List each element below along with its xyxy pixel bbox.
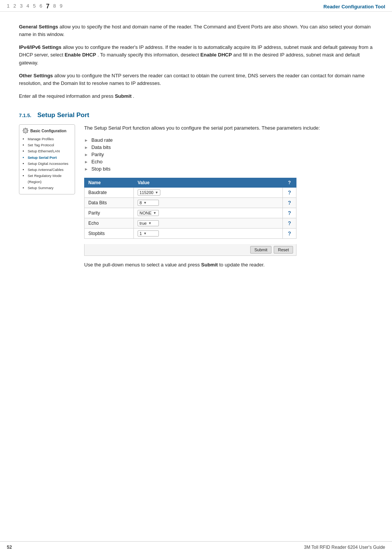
bullet-label-5: Stop bits <box>91 166 111 172</box>
sidebar-item-setup-serial-port[interactable]: Setup Serial Port <box>28 155 72 161</box>
ipv4-settings-para: IPv4/IPv6 Settings allow you to configur… <box>19 44 373 66</box>
baudrate-value: 115200 <box>140 190 154 195</box>
echo-arrow-icon: ▼ <box>148 221 152 225</box>
table-row-databits: Data Bits 8 ▼ ? <box>85 198 296 208</box>
table-cell-stopbits-help[interactable]: ? <box>283 229 296 239</box>
gear-icon <box>22 128 28 134</box>
parity-select[interactable]: NONE ▼ <box>138 210 159 216</box>
table-cell-parity-help[interactable]: ? <box>283 208 296 218</box>
arrow-icon-3: ► <box>84 152 88 157</box>
section-heading: 7.1.5. Setup Serial Port <box>19 111 373 119</box>
sidebar-item-setup-summary[interactable]: Setup Summary <box>28 185 72 191</box>
arrow-icon-4: ► <box>84 160 88 164</box>
nav-2[interactable]: 2 <box>13 3 16 10</box>
table-row-baudrate: Baudrate 115200 ▼ ? <box>85 188 296 198</box>
sidebar-item-setup-antenna[interactable]: Setup Antenna/Cables <box>28 167 72 173</box>
section-number: 7.1.5. <box>19 113 31 118</box>
echo-value: true <box>140 221 147 226</box>
arrow-icon-2: ► <box>84 145 88 150</box>
other-settings-label: Other Settings <box>19 73 53 78</box>
submit-button[interactable]: Submit <box>250 246 271 254</box>
stopbits-arrow-icon: ▼ <box>143 232 147 235</box>
baudrate-arrow-icon: ▼ <box>155 191 158 194</box>
databits-select[interactable]: 8 ▼ <box>138 200 159 206</box>
sidebar-item-regulatory[interactable]: Set Regulatory Mode (Region) <box>28 173 72 185</box>
nav-9[interactable]: 9 <box>60 3 63 10</box>
bullet-label-3: Parity <box>91 152 104 157</box>
table-cell-databits-help[interactable]: ? <box>283 198 296 208</box>
table-cell-echo-value: true ▼ <box>134 218 283 229</box>
submit-bold: Submit <box>115 93 132 99</box>
sidebar-item-setup-ethernet[interactable]: Setup Ethernet/LAN <box>28 148 72 154</box>
table-cell-databits-value: 8 ▼ <box>134 198 283 208</box>
databits-arrow-icon: ▼ <box>143 201 147 205</box>
table-actions: Submit Reset <box>84 244 296 256</box>
parity-value: NONE <box>140 211 152 215</box>
ipv4-settings-label: IPv4/IPv6 Settings <box>19 44 61 50</box>
arrow-icon-1: ► <box>84 138 88 143</box>
general-settings-para: General Settings allow you to specify th… <box>19 23 373 38</box>
section-body: Basic Configuration Manage Profiles Set … <box>19 124 373 274</box>
table-header-value: Value <box>134 178 283 188</box>
ipv4-enable-dhcp-2: Enable DHCP <box>201 52 232 58</box>
sidebar-box-header: Basic Configuration <box>22 128 72 134</box>
general-settings-text: allow you to specify the host and domain… <box>19 24 371 37</box>
guide-title: 3M Toll RFID Reader 6204 User's Guide <box>304 545 385 550</box>
nav-1[interactable]: 1 <box>7 3 9 10</box>
section-title-text: Setup Serial Port <box>38 111 89 119</box>
table-row-stopbits: Stopbits 1 ▼ ? <box>85 229 296 239</box>
bullet-stop-bits: ► Stop bits <box>84 166 373 172</box>
table-cell-parity-name: Parity <box>85 208 134 218</box>
page-number: 52 <box>7 545 12 550</box>
table-cell-baudrate-value: 115200 ▼ <box>134 188 283 198</box>
table-cell-echo-name: Echo <box>85 218 134 229</box>
sidebar-item-manage-profiles[interactable]: Manage Profiles <box>28 136 72 142</box>
stopbits-value: 1 <box>140 231 142 236</box>
sidebar-item-setup-digital[interactable]: Setup Digital Accessories <box>28 161 72 167</box>
table-cell-baudrate-name: Baudrate <box>85 188 134 198</box>
stopbits-select[interactable]: 1 ▼ <box>138 230 159 236</box>
table-cell-echo-help[interactable]: ? <box>283 218 296 229</box>
main-content: General Settings allow you to specify th… <box>0 12 392 285</box>
table-cell-databits-name: Data Bits <box>85 198 134 208</box>
databits-value: 8 <box>140 200 142 205</box>
bullet-list: ► Baud rate ► Data bits ► Parity ► Echo … <box>84 137 373 172</box>
sidebar-menu: Manage Profiles Set Tag Protocol Setup E… <box>22 136 72 191</box>
bullet-parity: ► Parity <box>84 152 373 157</box>
table-cell-parity-value: NONE ▼ <box>134 208 283 218</box>
echo-select[interactable]: true ▼ <box>138 220 159 226</box>
section-title-header: Reader Configuration Tool <box>323 4 385 9</box>
table-cell-stopbits-value: 1 ▼ <box>134 229 283 239</box>
table-row-parity: Parity NONE ▼ ? <box>85 208 296 218</box>
table-cell-stopbits-name: Stopbits <box>85 229 134 239</box>
submit-note-para: Enter all the required information and p… <box>19 92 373 100</box>
other-settings-text: allow you to configure the NTP servers t… <box>19 73 365 86</box>
reset-button[interactable]: Reset <box>274 246 293 254</box>
table-cell-baudrate-help[interactable]: ? <box>283 188 296 198</box>
bullet-label-4: Echo <box>91 159 103 164</box>
bullet-baud-rate: ► Baud rate <box>84 137 373 143</box>
section-intro: The Setup Serial Port function allows yo… <box>84 124 373 132</box>
baudrate-select[interactable]: 115200 ▼ <box>138 190 160 196</box>
footer-note-end: to update the reader. <box>219 262 265 268</box>
nav-numbers: 1 2 3 4 5 6 7 8 9 <box>7 3 63 10</box>
nav-4[interactable]: 4 <box>27 3 29 10</box>
table-header-name: Name <box>85 178 134 188</box>
submit-note-text: Enter all the required information and p… <box>19 93 115 99</box>
ipv4-settings-text2: . To manually specify this information, … <box>97 52 200 58</box>
arrow-icon-5: ► <box>84 167 88 171</box>
footer-note-text: Use the pull-down menus to select a valu… <box>84 262 201 268</box>
sidebar-box: Basic Configuration Manage Profiles Set … <box>19 124 75 194</box>
nav-8[interactable]: 8 <box>53 3 56 10</box>
config-table: Name Value ? Baudrate 115200 ▼ <box>84 178 296 239</box>
nav-6[interactable]: 6 <box>39 3 42 10</box>
table-header-help: ? <box>283 178 296 188</box>
nav-5[interactable]: 5 <box>33 3 36 10</box>
page-footer: 52 3M Toll RFID Reader 6204 User's Guide <box>0 541 392 550</box>
general-settings-label: General Settings <box>19 24 58 30</box>
bullet-data-bits: ► Data bits <box>84 144 373 150</box>
nav-7[interactable]: 7 <box>46 3 49 10</box>
nav-3[interactable]: 3 <box>20 3 22 10</box>
table-row-echo: Echo true ▼ ? <box>85 218 296 229</box>
sidebar-item-set-tag-protocol[interactable]: Set Tag Protocol <box>28 142 72 148</box>
